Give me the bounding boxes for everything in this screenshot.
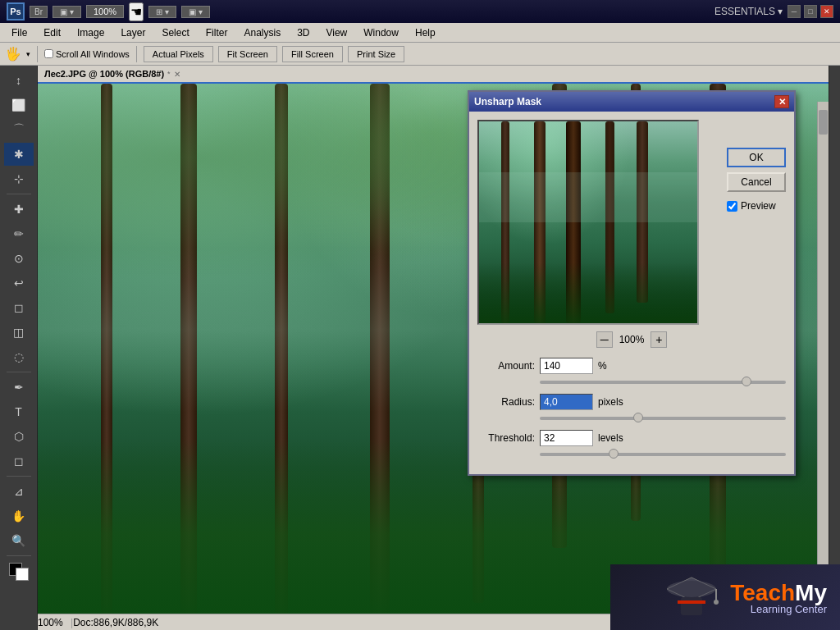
menu-select[interactable]: Select: [155, 25, 195, 40]
zoom-in-button[interactable]: +: [651, 331, 667, 348]
dialog-title: Unsharp Mask: [474, 96, 541, 107]
menu-analysis[interactable]: Analysis: [237, 25, 287, 40]
menu-window[interactable]: Window: [357, 25, 405, 40]
restore-button[interactable]: □: [804, 5, 817, 18]
threshold-label: Threshold:: [477, 432, 535, 444]
tool-healing[interactable]: ✚: [4, 198, 34, 221]
menu-layer[interactable]: Layer: [114, 25, 152, 40]
tool-shape[interactable]: ◻: [4, 450, 34, 472]
preview-label[interactable]: Preview: [727, 200, 786, 212]
tool-hand[interactable]: ✋: [4, 504, 34, 527]
preview-area[interactable]: [477, 120, 699, 325]
toolbar: ↕ ⬜ ⌒ ✱ ⊹ ✚ ✏ ⊙ ↩ ◻ ◫ ◌ ✒ T ⬡ ◻ ⊿ ✋ 🔍: [0, 66, 38, 630]
canvas-tab: Лес2.JPG @ 100% (RGB/8#) * ✕: [38, 66, 829, 84]
dialog-titlebar: Unsharp Mask ✕: [469, 92, 794, 112]
tool-sep-4: [7, 555, 31, 556]
radius-slider-handle[interactable]: [633, 413, 643, 422]
amount-slider-handle[interactable]: [742, 377, 751, 386]
menu-filter[interactable]: Filter: [199, 25, 235, 40]
tool-brush[interactable]: ✏: [4, 222, 34, 245]
threshold-unit: levels: [598, 432, 631, 444]
threshold-slider-handle[interactable]: [609, 449, 619, 459]
fg-bg-colors[interactable]: [4, 559, 34, 582]
radius-slider-row: [477, 417, 786, 420]
tool-history[interactable]: ↩: [4, 272, 34, 294]
view-icon: ⊞: [156, 7, 162, 16]
tool-magic-wand[interactable]: ✱: [4, 143, 34, 166]
view-arrow: ▾: [165, 7, 169, 16]
scroll-all-windows-label[interactable]: Scroll All Windows: [44, 49, 130, 59]
title-bar-right: ESSENTIALS ▾ ─ □ ✕: [714, 5, 833, 18]
preview-checkbox[interactable]: [727, 201, 737, 212]
dialog-close-button[interactable]: ✕: [774, 95, 789, 108]
tool-eyedropper[interactable]: ⊿: [4, 480, 34, 503]
screen-mode-button[interactable]: ▣ ▾: [181, 6, 210, 18]
tool-stamp[interactable]: ⊙: [4, 247, 34, 270]
close-button[interactable]: ✕: [820, 5, 833, 18]
bridge-button[interactable]: Br: [30, 6, 48, 18]
window-controls: ─ □ ✕: [788, 5, 833, 18]
canvas-tab-name: Лес2.JPG @ 100% (RGB/8#): [44, 69, 164, 79]
tool-gradient[interactable]: ◫: [4, 321, 34, 344]
radius-input[interactable]: [540, 394, 593, 410]
threshold-slider-row: [477, 453, 786, 456]
preview-mist: [479, 172, 697, 223]
essentials-button[interactable]: ESSENTIALS ▾: [714, 6, 783, 17]
tool-blur[interactable]: ◌: [4, 345, 34, 368]
amount-input[interactable]: [540, 358, 593, 374]
zoom-out-button[interactable]: ─: [596, 331, 613, 348]
unsharp-mask-dialog[interactable]: Unsharp Mask ✕: [468, 90, 796, 476]
tool-sep-3: [7, 476, 31, 477]
tool-pen[interactable]: ✒: [4, 376, 34, 399]
h-scrollbar-thumb: [712, 619, 753, 626]
preview-text: Preview: [741, 200, 776, 212]
status-bar: 100% | Doc: 886,9K/886,9K ◀ ▶: [38, 614, 817, 630]
h-scrollbar[interactable]: [660, 619, 808, 627]
v-scrollbar[interactable]: [817, 102, 829, 614]
tool-move[interactable]: ↕: [4, 69, 34, 92]
actual-pixels-button[interactable]: Actual Pixels: [144, 46, 213, 62]
zoom-percent-display: 100%: [619, 334, 645, 345]
amount-row: Amount: %: [477, 358, 786, 374]
view-mode-button[interactable]: ⊞ ▾: [148, 6, 176, 18]
hand-tool-btn[interactable]: ☚: [129, 2, 144, 21]
menu-3d[interactable]: 3D: [290, 25, 316, 40]
amount-slider-row: [477, 381, 786, 384]
tool-lasso[interactable]: ⌒: [4, 118, 34, 141]
separator-1: [37, 46, 38, 62]
tool-marquee[interactable]: ⬜: [4, 94, 34, 116]
cancel-button[interactable]: Cancel: [727, 172, 786, 192]
menu-help[interactable]: Help: [409, 25, 442, 40]
zoom-controls: ─ 100% +: [477, 331, 786, 348]
options-bar: 🖐 ▾ Scroll All Windows Actual Pixels Fit…: [0, 43, 840, 66]
menu-image[interactable]: Image: [71, 25, 111, 40]
menu-view[interactable]: View: [319, 25, 354, 40]
tool-crop[interactable]: ⊹: [4, 167, 34, 190]
amount-slider[interactable]: [540, 381, 786, 384]
canvas-tab-close[interactable]: ✕: [174, 70, 180, 79]
fit-screen-button[interactable]: Fit Screen: [218, 46, 277, 62]
print-size-button[interactable]: Print Size: [348, 46, 404, 62]
radius-slider[interactable]: [540, 417, 786, 420]
ok-button[interactable]: OK: [727, 148, 786, 167]
v-scrollbar-thumb[interactable]: [819, 110, 828, 135]
tool-type[interactable]: T: [4, 400, 34, 423]
threshold-input[interactable]: [540, 430, 593, 446]
threshold-row: Threshold: levels: [477, 430, 786, 446]
minimize-button[interactable]: ─: [788, 5, 801, 18]
zoom-minus-icon: ─: [600, 333, 609, 346]
fill-screen-button[interactable]: Fill Screen: [282, 46, 343, 62]
menu-file[interactable]: File: [5, 25, 34, 40]
radius-label: Radius:: [477, 396, 535, 408]
tool-eraser[interactable]: ◻: [4, 296, 34, 319]
scroll-all-windows-checkbox[interactable]: [44, 49, 53, 58]
tool-sep-2: [7, 372, 31, 372]
filmstrip-button[interactable]: ▣ ▾: [52, 6, 81, 18]
threshold-slider[interactable]: [540, 453, 786, 456]
title-bar-left: Ps Br ▣ ▾ 100% ☚ ⊞ ▾ ▣ ▾: [7, 2, 210, 21]
menu-edit[interactable]: Edit: [37, 25, 67, 40]
scroll-right-arrow[interactable]: ▶: [810, 618, 817, 627]
scroll-left-arrow[interactable]: ◀: [651, 618, 658, 627]
tool-path[interactable]: ⬡: [4, 425, 34, 448]
tool-zoom[interactable]: 🔍: [4, 529, 34, 552]
